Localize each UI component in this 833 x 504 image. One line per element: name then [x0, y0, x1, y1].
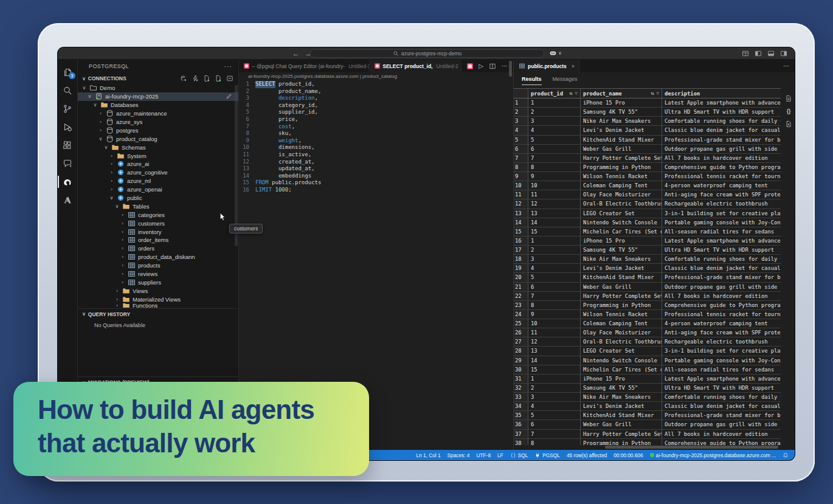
table-row[interactable]: 194Levi's Denim JacketClassic blue denim…: [514, 264, 781, 273]
status-item-ai-foundry-mcp-2025-post[interactable]: ai-foundry-mcp-2025.postgres.database.az…: [650, 452, 776, 458]
table-row[interactable]: 1010Coleman Camping Tent4-person waterpr…: [514, 181, 781, 190]
table-row[interactable]: 377Harry Potter Complete SetAll 7 books …: [514, 430, 781, 439]
collapse-view-icon[interactable]: [226, 75, 233, 82]
save-as-csv-icon[interactable]: [785, 95, 792, 102]
table-row[interactable]: 1414Nintendo Switch ConsolePortable gami…: [514, 218, 781, 227]
column-header-description[interactable]: description: [662, 89, 781, 98]
sidebar-scrollbar[interactable]: [235, 85, 238, 246]
table-row[interactable]: 227Harry Potter Complete SetAll 7 books …: [514, 292, 781, 301]
results-grid[interactable]: product_id↑↓▽product_name↑↓▽description1…: [514, 88, 781, 445]
tab-public-products[interactable]: public.products ×: [514, 60, 580, 72]
status-item-lf[interactable]: LF: [497, 452, 503, 458]
table-row[interactable]: 1111Olay Face MoisturizerAnti-aging face…: [514, 190, 781, 199]
tree-item-postgres[interactable]: ›postgres: [78, 126, 238, 134]
status-item-spaces-4[interactable]: Spaces: 4: [448, 452, 470, 458]
nav-back-icon[interactable]: ←: [292, 50, 299, 57]
tab-untitled-1[interactable]: -- @pgsql Chat Query Editor (ai-foundry-…: [239, 60, 370, 72]
tab-messages[interactable]: Messages: [553, 76, 578, 85]
table-row[interactable]: 2611Olay Face MoisturizerAnti-aging face…: [514, 328, 781, 337]
tree-item-customers[interactable]: ›customers: [78, 219, 238, 227]
tree-item-products[interactable]: ›products: [78, 261, 238, 270]
editor-more-icon[interactable]: ⋯: [502, 63, 508, 69]
status-item-pgsql[interactable]: PGSQL: [534, 452, 560, 458]
tree-item-azure-ai[interactable]: ›azure_ai: [78, 160, 238, 168]
editor-scrollbar[interactable]: [509, 61, 512, 77]
grid-horizontal-scrollbar[interactable]: [605, 446, 778, 449]
save-as-json-icon[interactable]: {}: [787, 108, 791, 114]
table-row[interactable]: 1515Michelin Car Tires (Set of 4)All-sea…: [514, 227, 781, 236]
import-file-icon[interactable]: [215, 75, 222, 82]
toggle-panel-right-icon[interactable]: [780, 50, 787, 57]
tree-item-inventory[interactable]: ›inventory: [78, 227, 238, 236]
copilot-menu[interactable]: ∨: [549, 49, 562, 57]
tree-item-azure-ml[interactable]: ›azure_ml: [78, 177, 238, 185]
tree-item-demo[interactable]: ∨Demo: [78, 84, 238, 92]
activity-item-postgresql[interactable]: [58, 173, 77, 191]
notifications-bell-icon[interactable]: [783, 452, 789, 458]
column-header-product_id[interactable]: product_id↑↓▽: [528, 89, 581, 98]
breadcrumb[interactable]: ai-foundry-mcp-2025.postgres.database.az…: [239, 72, 513, 80]
customize-layout-icon[interactable]: [742, 50, 749, 57]
connections-section-header[interactable]: ∨ CONNECTIONS: [78, 73, 238, 84]
tree-item-product-catalog[interactable]: ∨product_catalog: [78, 134, 238, 143]
table-row[interactable]: 2510Coleman Camping Tent4-person waterpr…: [514, 319, 781, 328]
save-as-excel-icon[interactable]: [785, 120, 792, 128]
table-row[interactable]: 172Samsung 4K TV 55"Ultra HD Smart TV wi…: [514, 246, 781, 255]
tree-item-order-items[interactable]: ›order_items: [78, 236, 238, 244]
table-row[interactable]: 216Weber Gas GrillOutdoor propane gas gr…: [514, 283, 781, 292]
filter-icon[interactable]: ▽: [656, 91, 659, 96]
table-row[interactable]: 2914Nintendo Switch ConsolePortable gami…: [514, 356, 781, 365]
sort-icon[interactable]: ↑↓: [650, 91, 655, 96]
tree-item-views[interactable]: ›Views: [78, 286, 238, 295]
table-row[interactable]: 366Weber Gas GrillOutdoor propane gas gr…: [514, 420, 781, 429]
table-row[interactable]: 1212Oral-B Electric ToothbrushRechargeab…: [514, 199, 781, 209]
table-row[interactable]: 88Programming in PythonComprehensive gui…: [514, 163, 781, 172]
status-item-45-row-s-affected[interactable]: 45 row(s) affected: [567, 452, 607, 458]
tree-item-schemas[interactable]: ∨Schemas: [78, 143, 238, 151]
tree-item-product-data-diskann[interactable]: ›product_data_diskann: [78, 253, 238, 261]
results-more-icon[interactable]: ⋯: [783, 63, 789, 69]
table-row[interactable]: 33Nike Air Max SneakersComfortable runni…: [514, 117, 781, 126]
status-item-ln-1-col-1[interactable]: Ln 1, Col 1: [416, 452, 440, 458]
table-row[interactable]: 22Samsung 4K TV 55"Ultra HD Smart TV wit…: [514, 108, 781, 117]
toggle-panel-bottom-icon[interactable]: [767, 50, 775, 57]
tab-untitled-2[interactable]: SELECT product_id, Untitled-2 ●: [370, 60, 461, 72]
table-row[interactable]: 77Harry Potter Complete SetAll 7 books i…: [514, 154, 781, 163]
new-file-icon[interactable]: [203, 75, 210, 82]
tree-item-reviews[interactable]: ›reviews: [78, 270, 238, 278]
filter-icon[interactable]: ▽: [575, 91, 578, 96]
table-row[interactable]: 161iPhone 15 ProLatest Apple smartphone …: [514, 236, 781, 246]
tab-results[interactable]: Results: [522, 76, 542, 85]
tree-item-system[interactable]: ›System: [78, 151, 238, 160]
tree-item-public[interactable]: ∨public: [78, 194, 238, 202]
close-icon[interactable]: ×: [572, 63, 575, 69]
toggle-panel-left-icon[interactable]: [755, 50, 762, 57]
table-row[interactable]: 3015Michelin Car Tires (Set of 4)All-sea…: [514, 365, 781, 375]
tree-item-azure-openai[interactable]: ›azure_openai: [78, 185, 238, 194]
table-row[interactable]: 2712Oral-B Electric ToothbrushRechargeab…: [514, 337, 781, 347]
table-row[interactable]: 249Wilson Tennis RacketProfessional tenn…: [514, 310, 781, 319]
tree-item-tables[interactable]: ∨Tables: [78, 202, 238, 210]
table-row[interactable]: 55KitchenAid Stand MixerProfessional-gra…: [514, 136, 781, 145]
table-row[interactable]: 44Levi's Denim JacketClassic blue denim …: [514, 126, 781, 135]
tree-item-azure-maintenance[interactable]: ›azure_maintenance: [78, 109, 238, 118]
tree-item-databases[interactable]: ∨Databases: [78, 101, 238, 109]
sort-icon[interactable]: ↑↓: [569, 91, 573, 96]
table-row[interactable]: 205KitchenAid Stand MixerProfessional-gr…: [514, 273, 781, 282]
activity-item-chat[interactable]: [58, 154, 77, 173]
table-row[interactable]: 388Programming in PythonComprehensive gu…: [514, 439, 781, 445]
tree-item-categories[interactable]: ›categories: [78, 210, 238, 219]
tree-item-ai-foundry-mcp-2025[interactable]: ∨ai-foundry-mcp-2025: [78, 92, 238, 101]
activity-item-extensions[interactable]: [58, 136, 77, 154]
table-row[interactable]: 344Levi's Denim JacketClassic blue denim…: [514, 402, 781, 411]
table-row[interactable]: 11iPhone 15 ProLatest Apple smartphone w…: [514, 98, 781, 108]
tree-item-suppliers[interactable]: ›suppliers: [78, 278, 238, 286]
tree-item-functions[interactable]: ›Functions: [78, 303, 238, 308]
status-item-sql[interactable]: SQL: [510, 452, 528, 458]
activity-item-source-control[interactable]: [58, 100, 77, 118]
tree-item-azure-sys[interactable]: ›azure_sys: [78, 118, 238, 126]
activity-item-azure[interactable]: [58, 191, 77, 209]
status-item-00-00-00-606[interactable]: 00:00:00.606: [614, 452, 643, 458]
column-header-product_name[interactable]: product_name↑↓▽: [581, 89, 662, 98]
table-row[interactable]: 183Nike Air Max SneakersComfortable runn…: [514, 255, 781, 264]
